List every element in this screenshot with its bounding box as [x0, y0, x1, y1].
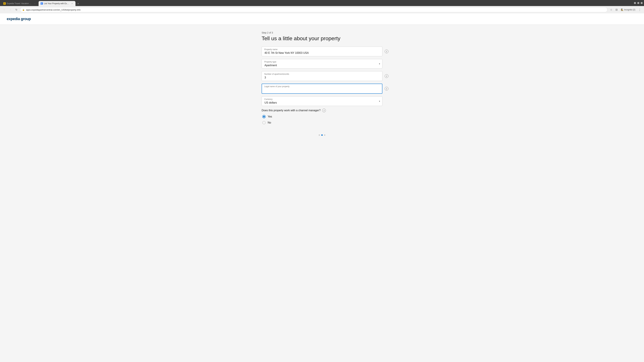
maximize-button[interactable]: [637, 2, 639, 4]
radio-label-no: No: [268, 121, 271, 124]
lock-icon: 🔒: [22, 9, 25, 11]
toolbar-actions: ☆ ⊟ 🕵 Incognito (2) ⋮: [609, 7, 642, 12]
step-label: Step 2 of 3: [262, 31, 382, 34]
browser-toolbar: ← → ↻ 🔒 apps.expediapartnercentral.com/e…: [0, 6, 644, 13]
radio-label-yes: Yes: [268, 115, 272, 118]
property-type-group: Property type Apartment ▾: [262, 59, 382, 68]
url-text: apps.expediapartnercentral.com/en_US/lis…: [26, 8, 605, 11]
legal-name-info-icon[interactable]: i: [385, 87, 388, 90]
incognito-label: Incognito (2): [624, 8, 635, 11]
browser-tab-1[interactable]: E Expedia Travel: Vacation Home... ×: [1, 1, 38, 6]
pagination-dot-3: [324, 134, 325, 136]
radio-option-no[interactable]: No: [262, 121, 382, 124]
radio-option-yes[interactable]: Yes: [262, 115, 382, 118]
property-type-select[interactable]: Apartment: [262, 59, 382, 68]
tab-favicon-1: E: [3, 2, 6, 5]
tab-close-2[interactable]: ×: [71, 2, 74, 5]
radio-circle-yes: [262, 115, 266, 118]
logo-text-bold: group: [21, 17, 31, 21]
apartments-units-group: Number of apartments/units i: [262, 71, 382, 81]
channel-manager-info-icon[interactable]: i: [322, 109, 326, 112]
apartments-units-info-icon[interactable]: i: [385, 74, 388, 78]
tab-label-2: List Your Property with Expedia: [44, 2, 70, 5]
new-tab-button[interactable]: +: [76, 1, 80, 6]
browser-tab-2[interactable]: L List Your Property with Expedia ×: [38, 1, 76, 6]
logo-text-light: expedia: [7, 17, 21, 21]
close-button[interactable]: [641, 2, 643, 4]
address-bar[interactable]: 🔒 apps.expediapartnercentral.com/en_US/l…: [20, 7, 608, 12]
expedia-logo: expedia group: [7, 17, 637, 21]
site-header: expedia group: [0, 13, 644, 25]
incognito-icon: 🕵: [621, 8, 623, 11]
radio-circle-no: [262, 121, 266, 124]
legal-name-group: Legal name of your property i: [262, 84, 382, 94]
tab-close-1[interactable]: ×: [34, 2, 36, 5]
incognito-badge: 🕵 Incognito (2): [620, 8, 636, 11]
forward-button[interactable]: →: [8, 7, 13, 12]
property-type-wrapper: Property type Apartment ▾: [262, 59, 382, 68]
tab-group: E Expedia Travel: Vacation Home... × L L…: [1, 0, 80, 6]
tab-label-1: Expedia Travel: Vacation Home...: [7, 2, 32, 5]
currency-group: Currency US dollars ▾: [262, 96, 382, 106]
back-button[interactable]: ←: [2, 7, 7, 12]
browser-chrome: E Expedia Travel: Vacation Home... × L L…: [0, 0, 644, 13]
more-button[interactable]: ⋮: [637, 7, 642, 12]
channel-manager-row: Does this property work with a channel m…: [262, 109, 382, 112]
property-name-input[interactable]: [262, 46, 382, 56]
property-name-group: Property name i: [262, 46, 382, 56]
channel-manager-radio-group: Yes No: [262, 115, 382, 124]
sidebar-button[interactable]: ⊟: [614, 7, 619, 12]
property-name-wrapper: Property name i: [262, 46, 382, 56]
pagination-dot-2: [321, 134, 323, 136]
legal-name-input[interactable]: [262, 84, 382, 94]
window-controls: [634, 2, 643, 4]
bookmark-button[interactable]: ☆: [609, 7, 614, 12]
pagination-dot-1: [319, 134, 320, 136]
page-content: expedia group Step 2 of 3 Tell us a litt…: [0, 13, 644, 362]
page-title: Tell us a little about your property: [262, 35, 382, 41]
tab-favicon-2: L: [40, 2, 43, 5]
currency-wrapper: Currency US dollars ▾: [262, 96, 382, 106]
legal-name-wrapper: Legal name of your property i: [262, 84, 382, 94]
property-name-info-icon[interactable]: i: [385, 50, 388, 53]
apartments-units-input[interactable]: [262, 71, 382, 81]
radio-dot-yes: [263, 116, 265, 117]
channel-manager-question: Does this property work with a channel m…: [262, 109, 320, 112]
main-container: Step 2 of 3 Tell us a little about your …: [258, 25, 386, 131]
browser-titlebar: E Expedia Travel: Vacation Home... × L L…: [0, 0, 644, 6]
apartments-units-wrapper: Number of apartments/units i: [262, 71, 382, 81]
reload-button[interactable]: ↻: [14, 7, 19, 12]
pagination-dots: [0, 131, 644, 139]
minimize-button[interactable]: [634, 2, 636, 4]
currency-select[interactable]: US dollars: [262, 96, 382, 106]
